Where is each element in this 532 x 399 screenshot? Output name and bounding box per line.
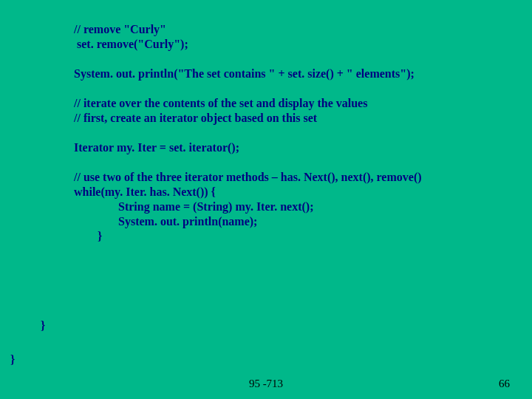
code-line: Iterator my. Iter = set. iterator(); — [74, 141, 239, 154]
code-line: // remove "Curly" — [74, 23, 166, 35]
code-line: System. out. println(name); — [74, 215, 257, 228]
footer-page-number: 66 — [499, 378, 510, 390]
code-line: String name = (String) my. Iter. next(); — [74, 200, 314, 213]
code-line: // first, create an iterator object base… — [74, 112, 317, 124]
code-line: } — [74, 230, 102, 242]
code-line: // use two of the three iterator methods… — [74, 171, 422, 183]
code-line: // iterate over the contents of the set … — [74, 97, 367, 109]
code-line: while(my. Iter. has. Next()) { — [74, 185, 216, 198]
slide: // remove "Curly" set. remove("Curly"); … — [0, 0, 532, 399]
closing-brace: } — [10, 353, 15, 366]
closing-brace: } — [41, 319, 45, 332]
code-block: // remove "Curly" set. remove("Curly"); … — [74, 22, 521, 244]
code-line: System. out. println("The set contains "… — [74, 67, 415, 80]
footer-course-code: 95 -713 — [0, 378, 532, 390]
code-line: set. remove("Curly"); — [74, 38, 188, 50]
